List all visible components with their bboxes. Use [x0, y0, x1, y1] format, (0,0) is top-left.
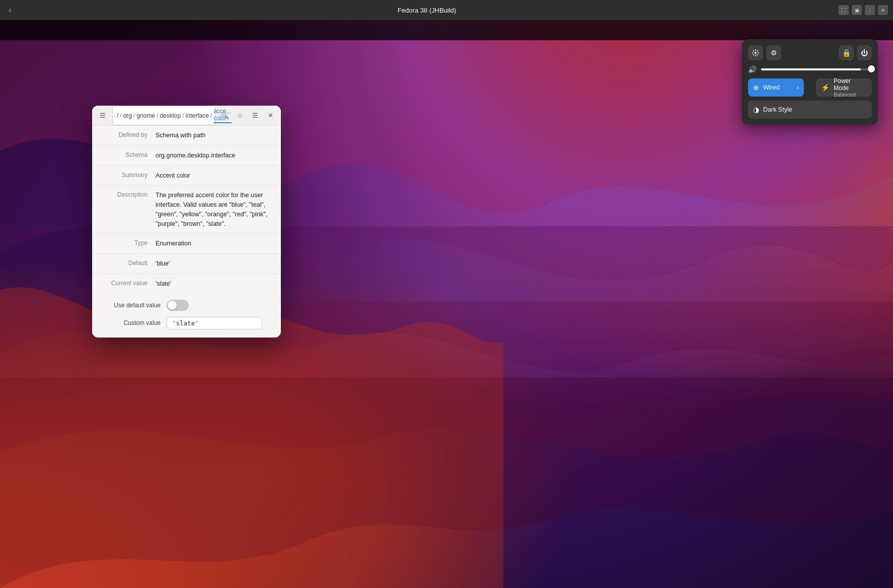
defined-by-row: Defined by Schema with path: [92, 126, 281, 146]
description-row: Description The preferred accent color f…: [92, 186, 281, 234]
custom-value-label: Custom value: [100, 319, 161, 326]
volume-icon: 🔊: [748, 65, 757, 73]
use-default-row: Use default value: [100, 300, 273, 311]
default-row: Default 'blue': [92, 254, 281, 274]
svg-point-0: [755, 52, 757, 54]
display-button[interactable]: ▣: [852, 5, 862, 15]
dconf-menu-icon[interactable]: ☰: [96, 109, 109, 122]
custom-value-row: Custom value: [100, 317, 273, 329]
tray-popup-icons-left: ⚙: [748, 45, 781, 60]
tray-lock-icon[interactable]: 🔒: [839, 45, 854, 60]
options-button[interactable]: ☰: [249, 109, 262, 122]
breadcrumb-desktop[interactable]: desktop: [160, 112, 181, 119]
dark-style-button[interactable]: ◑ Dark Style: [748, 101, 872, 119]
dconf-titlebar: ☰ / / org / gnome / desktop / interface …: [92, 106, 281, 126]
tray-popup: ⚙ 🔒 ⏻ 🔊 ⊕ Wired › ⚡ Power Mode Balanced: [742, 39, 878, 125]
breadcrumb-gnome[interactable]: gnome: [136, 112, 155, 119]
network-power-row: ⊕ Wired › ⚡ Power Mode Balanced: [748, 78, 872, 97]
dconf-properties: Defined by Schema with path Schema org.g…: [92, 126, 281, 294]
breadcrumb-org[interactable]: org: [123, 112, 132, 119]
toggle-knob: [168, 301, 177, 310]
use-default-label: Use default value: [100, 302, 161, 309]
description-label: Description: [100, 191, 156, 228]
tray-popup-icons-right: 🔒 ⏻: [839, 45, 872, 60]
summary-label: Summary: [100, 171, 156, 181]
bookmark-button[interactable]: ☆: [234, 109, 247, 122]
type-value: Enumeration: [156, 239, 273, 248]
dark-style-label: Dark Style: [763, 106, 792, 113]
schema-label: Schema: [100, 151, 156, 160]
power-mode-button[interactable]: ⚡ Power Mode Balanced: [816, 78, 872, 97]
current-value-label: Current value: [100, 279, 156, 289]
default-label: Default: [100, 259, 156, 269]
close-button[interactable]: ✕: [878, 5, 888, 15]
custom-value-input[interactable]: [167, 317, 262, 329]
volume-row: 🔊: [748, 65, 872, 73]
tray-gear-icon[interactable]: ⚙: [766, 45, 781, 60]
vm-titlebar: ‹ Fedora 38 (JHBuild) ⛶ ▣ ⋮ ✕: [0, 0, 893, 20]
summary-value: Accent color: [156, 171, 273, 181]
volume-fill: [761, 68, 861, 70]
volume-slider[interactable]: [761, 68, 872, 70]
fullscreen-button[interactable]: ⛶: [839, 5, 849, 15]
network-label: Wired: [763, 84, 780, 91]
defined-by-value: Schema with path: [156, 131, 273, 140]
breadcrumb-interface[interactable]: interface: [186, 112, 209, 119]
topbar: [0, 20, 893, 40]
type-row: Type Enumeration: [92, 234, 281, 254]
power-mode-title: Power Mode: [834, 77, 867, 92]
defined-by-label: Defined by: [100, 131, 156, 140]
search-button[interactable]: 🔍: [218, 109, 232, 122]
back-button[interactable]: ‹: [5, 5, 15, 15]
power-mode-sub: Balanced: [834, 92, 867, 98]
type-label: Type: [100, 239, 156, 248]
tray-power-icon[interactable]: ⏻: [857, 45, 872, 60]
dconf-actions: Use default value Custom value: [92, 294, 281, 338]
dark-style-icon: ◑: [753, 106, 759, 114]
current-value: 'slate': [156, 279, 273, 289]
tray-popup-top-row: ⚙ 🔒 ⏻: [748, 45, 872, 60]
vm-title: Fedora 38 (JHBuild): [15, 7, 839, 14]
network-button[interactable]: ⊕ Wired ›: [748, 78, 804, 97]
menu-button[interactable]: ⋮: [865, 5, 875, 15]
current-value-row: Current value 'slate': [92, 274, 281, 294]
dconf-editor-window: ☰ / / org / gnome / desktop / interface …: [92, 106, 281, 338]
network-chevron-icon: ›: [797, 84, 799, 91]
summary-row: Summary Accent color: [92, 166, 281, 186]
volume-thumb: [868, 65, 875, 72]
window-controls: ⛶ ▣ ⋮ ✕: [839, 5, 888, 15]
power-mode-icon: ⚡: [821, 83, 830, 92]
power-mode-text: Power Mode Balanced: [834, 77, 867, 98]
tray-settings-icon[interactable]: [748, 45, 763, 60]
close-dconf-button[interactable]: ✕: [264, 109, 277, 122]
network-icon: ⊕: [753, 83, 759, 92]
use-default-toggle[interactable]: [167, 300, 189, 311]
breadcrumb-root: /: [117, 112, 118, 119]
schema-row: Schema org.gnome.desktop.interface: [92, 146, 281, 166]
description-value: The preferred accent color for the user …: [156, 191, 273, 228]
default-value: 'blue': [156, 259, 273, 269]
dconf-breadcrumb: / / org / gnome / desktop / interface / …: [112, 106, 215, 125]
schema-value: org.gnome.desktop.interface: [156, 151, 273, 160]
